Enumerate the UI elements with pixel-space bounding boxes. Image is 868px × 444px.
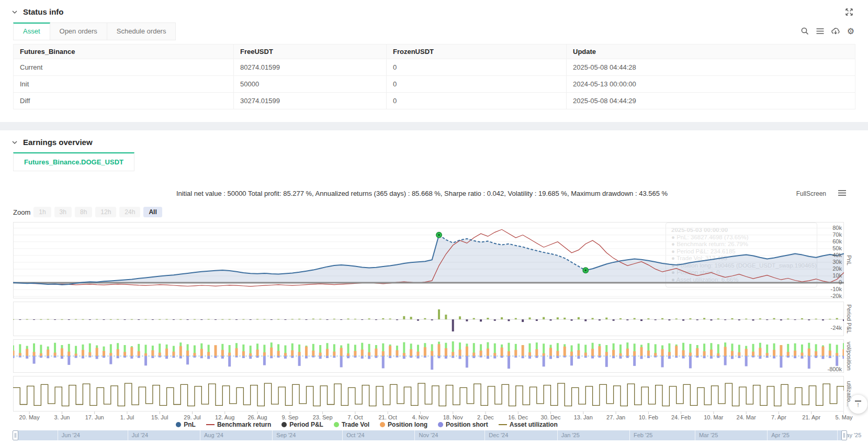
- y-axis-label: -24k: [810, 325, 842, 331]
- column-header: FrozenUSDT: [387, 45, 567, 59]
- table-cell[interactable]: Current: [14, 59, 234, 76]
- x-axis-label: 13. Jan: [574, 414, 593, 420]
- axis-title-utilization: utilizatio...: [846, 381, 852, 407]
- legend-item-asset-utilization[interactable]: Asset utilization: [499, 421, 558, 428]
- collapse-chevron-icon[interactable]: [12, 9, 18, 15]
- legend-label: Position short: [446, 421, 488, 428]
- earnings-chart: Initial net value : 50000 Total profit: …: [0, 130, 868, 444]
- x-axis-label: 7. Oct: [347, 414, 363, 420]
- chart-navigator[interactable]: Jun '24Jul '24Aug '24Sep '24Oct '24Nov '…: [13, 430, 847, 440]
- expand-section-icon[interactable]: [844, 7, 854, 19]
- asset-table-body: Current80274.0159902025-05-08 04:44:28In…: [14, 59, 855, 109]
- navigator-month-label: Apr '25: [771, 432, 790, 438]
- legend-label: Position long: [388, 421, 427, 428]
- x-axis-label: 24. Mar: [737, 414, 756, 420]
- navigator-month-label: Mar '25: [699, 432, 718, 438]
- y-axis-label: -10k: [810, 286, 842, 292]
- column-header: FreeUSDT: [234, 45, 387, 59]
- zoom-button-1h[interactable]: 1h: [33, 207, 51, 217]
- table-cell: 30274.01599: [234, 93, 387, 109]
- legend-item-benchmark-return[interactable]: Benchmark return: [206, 421, 271, 428]
- navigator-month-divider: [128, 430, 128, 440]
- y-axis-label: 80k: [810, 225, 842, 231]
- legend-item-period-p&l[interactable]: Period P&L: [281, 421, 323, 428]
- app: Status info AssetOpen ordersSchedule ord…: [0, 0, 868, 444]
- y-axis-label: 20k: [810, 265, 842, 272]
- legend-marker: [438, 422, 443, 427]
- x-axis-label: 27. Jan: [606, 414, 625, 420]
- table-row: Diff30274.0159902025-05-08 04:44:29: [14, 93, 855, 109]
- x-axis-label: 15. Jul: [151, 414, 168, 420]
- table-cell: 0: [387, 76, 567, 93]
- utilization-panel: [13, 376, 844, 412]
- navigator-handle-right[interactable]: [841, 430, 847, 440]
- x-axis-label: 10. Mar: [704, 414, 723, 420]
- x-axis-label: 21. Oct: [378, 414, 397, 420]
- tab-schedule-orders[interactable]: Schedule orders: [107, 23, 176, 40]
- axis-title-period-pnl: Period P&L: [846, 304, 852, 334]
- search-icon[interactable]: [801, 27, 809, 36]
- navigator-month-divider: [837, 430, 838, 440]
- x-axis-label: 24. Feb: [671, 414, 691, 420]
- legend-label: Asset utilization: [510, 421, 558, 428]
- zoom-button-all[interactable]: All: [143, 207, 162, 217]
- navigator-month-label: Sep '24: [276, 432, 296, 438]
- zoom-range-row: Zoom 1h3h8h12h24hAll: [13, 207, 162, 217]
- legend-item-trade-vol[interactable]: Trade Vol: [334, 421, 369, 428]
- y-axis-label: 40k: [810, 252, 842, 258]
- navigator-month-divider: [58, 430, 58, 440]
- legend-label: PnL: [184, 421, 196, 428]
- table-cell: 50000: [234, 76, 387, 93]
- chart-summary-stats: Initial net value : 50000 Total profit: …: [0, 190, 844, 197]
- menu-icon[interactable]: [816, 27, 825, 36]
- x-axis-label: 23. Sep: [313, 414, 333, 420]
- navigator-month-divider: [695, 430, 695, 440]
- legend-label: Trade Vol: [342, 421, 369, 428]
- zoom-button-24h[interactable]: 24h: [119, 207, 140, 217]
- navigator-month-divider: [200, 430, 200, 440]
- y-axis-label: 70k: [810, 231, 842, 238]
- navigator-month-divider: [557, 430, 558, 440]
- navigator-handle-left[interactable]: [13, 430, 18, 440]
- x-axis-label: 30. Dec: [541, 414, 561, 420]
- x-axis-label: 5. May: [835, 414, 852, 420]
- legend-marker: [176, 422, 181, 427]
- x-axis-label: 2. Dec: [477, 414, 494, 420]
- status-info-header: Status info: [0, 0, 868, 16]
- fullscreen-button[interactable]: FullScreen: [796, 190, 826, 197]
- x-axis-label: 20. May: [19, 414, 40, 420]
- table-cell: 0: [387, 93, 567, 109]
- y-axis-label: 0: [810, 279, 842, 285]
- column-header: Futures_Binance: [14, 45, 234, 59]
- legend-item-pnl[interactable]: PnL: [176, 421, 196, 428]
- chart-context-menu-icon[interactable]: [838, 189, 846, 198]
- x-axis-label: 21. Apr: [802, 414, 820, 420]
- table-row: Current80274.0159902025-05-08 04:44:28: [14, 59, 855, 76]
- asset-table-header: Futures_BinanceFreeUSDTFrozenUSDTUpdate: [14, 45, 855, 59]
- zoom-label: Zoom: [13, 208, 30, 216]
- zoom-button-12h[interactable]: 12h: [95, 207, 116, 217]
- legend-item-position-long[interactable]: Position long: [380, 421, 427, 428]
- gear-icon[interactable]: ⚙: [847, 27, 854, 36]
- asset-utilization-line: [13, 383, 844, 406]
- status-info-section: Status info AssetOpen ordersSchedule ord…: [0, 0, 868, 122]
- table-row: Init5000002024-05-13 00:00:00: [14, 76, 855, 93]
- zoom-button-8h[interactable]: 8h: [75, 207, 92, 217]
- zoom-button-3h[interactable]: 3h: [54, 207, 72, 217]
- pnl-panel: [13, 222, 844, 298]
- legend-marker: [499, 424, 507, 425]
- x-axis-label: 18. Nov: [443, 414, 463, 420]
- x-axis-label: 26. Aug: [247, 414, 267, 420]
- navigator-month-divider: [272, 430, 273, 440]
- y-axis-label: 10k: [810, 272, 842, 279]
- y-axis-label: 50k: [810, 245, 842, 251]
- table-cell: Diff: [14, 93, 234, 109]
- tab-open-orders[interactable]: Open orders: [50, 23, 107, 40]
- navigator-month-label: Nov '24: [419, 432, 438, 438]
- tab-asset[interactable]: Asset: [13, 23, 50, 40]
- x-axis-label: 29. Jul: [184, 414, 200, 420]
- asset-table: Futures_BinanceFreeUSDTFrozenUSDTUpdate …: [13, 44, 855, 109]
- cloud-download-icon[interactable]: [831, 27, 841, 36]
- navigator-month-divider: [629, 430, 630, 440]
- legend-item-position-short[interactable]: Position short: [438, 421, 488, 428]
